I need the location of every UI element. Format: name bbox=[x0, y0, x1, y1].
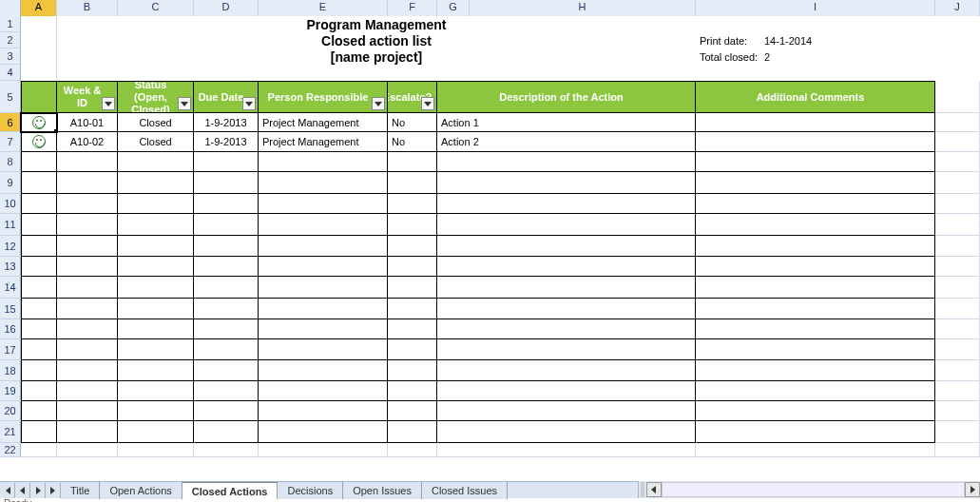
cell-B12[interactable] bbox=[57, 236, 118, 257]
cell-I7[interactable] bbox=[696, 132, 935, 152]
col-header-icon[interactable] bbox=[21, 81, 57, 113]
cell-C8[interactable] bbox=[118, 152, 194, 172]
cell-C6[interactable]: Closed bbox=[118, 113, 194, 132]
cell-F15[interactable] bbox=[388, 299, 437, 319]
cell-GH21[interactable] bbox=[437, 421, 696, 443]
cell-J18[interactable] bbox=[935, 360, 980, 381]
row-header-1[interactable]: 1 bbox=[0, 16, 21, 32]
cell-GH9[interactable] bbox=[437, 172, 696, 194]
cell-I14[interactable] bbox=[696, 277, 935, 299]
row-header-16[interactable]: 16 bbox=[0, 319, 21, 339]
col-header-C[interactable]: Status (Open, Closed) bbox=[118, 81, 194, 113]
cell-GH22[interactable] bbox=[437, 443, 696, 457]
cell-F8[interactable] bbox=[388, 152, 437, 172]
cell-E8[interactable] bbox=[259, 152, 388, 172]
cell-A7[interactable] bbox=[21, 132, 57, 152]
cell-C7[interactable]: Closed bbox=[118, 132, 194, 152]
row-header-14[interactable]: 14 bbox=[0, 277, 21, 299]
cell-I21[interactable] bbox=[696, 421, 935, 443]
cell-GH7[interactable]: Action 2 bbox=[437, 132, 696, 152]
cell-GH16[interactable] bbox=[437, 319, 696, 339]
row-header-8[interactable]: 8 bbox=[0, 152, 21, 172]
row-header-15[interactable]: 15 bbox=[0, 299, 21, 319]
cell-B17[interactable] bbox=[57, 339, 118, 360]
cell-A12[interactable] bbox=[21, 236, 57, 257]
cell-J9[interactable] bbox=[935, 172, 980, 194]
cell-A2[interactable] bbox=[21, 32, 57, 48]
row-header-19[interactable]: 19 bbox=[0, 381, 21, 401]
col-header-D[interactable]: Due Date bbox=[194, 81, 259, 113]
select-all-corner[interactable] bbox=[0, 0, 21, 16]
cell-C18[interactable] bbox=[118, 360, 194, 381]
cell-J10[interactable] bbox=[935, 194, 980, 214]
cell-F21[interactable] bbox=[388, 421, 437, 443]
cell-F10[interactable] bbox=[388, 194, 437, 214]
cell-GH14[interactable] bbox=[437, 277, 696, 299]
cell-GH12[interactable] bbox=[437, 236, 696, 257]
cell-GH13[interactable] bbox=[437, 257, 696, 277]
cell-D17[interactable] bbox=[194, 339, 259, 360]
cell-C17[interactable] bbox=[118, 339, 194, 360]
cell-A22[interactable] bbox=[21, 443, 57, 457]
cell-B11[interactable] bbox=[57, 214, 118, 236]
cell-A11[interactable] bbox=[21, 214, 57, 236]
cell-D6[interactable]: 1-9-2013 bbox=[194, 113, 259, 132]
column-header-G[interactable]: G bbox=[437, 0, 470, 16]
cell-F9[interactable] bbox=[388, 172, 437, 194]
cell-I16[interactable] bbox=[696, 319, 935, 339]
column-header-F[interactable]: F bbox=[388, 0, 437, 16]
cell-I18[interactable] bbox=[696, 360, 935, 381]
filter-dropdown-icon[interactable] bbox=[242, 97, 256, 110]
cell-J17[interactable] bbox=[935, 339, 980, 360]
scroll-left-icon[interactable] bbox=[646, 482, 662, 497]
row-header-3[interactable]: 3 bbox=[0, 48, 21, 65]
filter-dropdown-icon[interactable] bbox=[178, 97, 191, 110]
column-header-D[interactable]: D bbox=[194, 0, 259, 16]
cell-F14[interactable] bbox=[388, 277, 437, 299]
cell-B22[interactable] bbox=[57, 443, 118, 457]
title-row-1[interactable]: Program Management bbox=[57, 16, 980, 32]
cell-J20[interactable] bbox=[935, 401, 980, 421]
row-header-12[interactable]: 12 bbox=[0, 236, 21, 257]
cell-F7[interactable]: No bbox=[388, 132, 437, 152]
column-header-H[interactable]: H bbox=[470, 0, 696, 16]
cell-GH15[interactable] bbox=[437, 299, 696, 319]
cell-E15[interactable] bbox=[259, 299, 388, 319]
title-row-2[interactable]: Closed action listPrint date:14-1-2014 bbox=[57, 32, 980, 48]
cell-E7[interactable]: Project Management bbox=[259, 132, 388, 152]
col-header-I[interactable]: Additional Comments bbox=[696, 81, 935, 113]
cell-E13[interactable] bbox=[259, 257, 388, 277]
cell-F16[interactable] bbox=[388, 319, 437, 339]
column-header-J[interactable]: J bbox=[935, 0, 980, 16]
sheet-tab-closed-actions[interactable]: Closed Actions bbox=[183, 482, 279, 499]
cell-C21[interactable] bbox=[118, 421, 194, 443]
sheet-tab-open-actions[interactable]: Open Actions bbox=[100, 482, 182, 499]
tab-split-handle[interactable] bbox=[641, 482, 644, 497]
cell-GH19[interactable] bbox=[437, 381, 696, 401]
column-header-I[interactable]: I bbox=[696, 0, 935, 16]
cell-D21[interactable] bbox=[194, 421, 259, 443]
row-header-6[interactable]: 6 bbox=[0, 113, 21, 132]
row-header-18[interactable]: 18 bbox=[0, 360, 21, 381]
cell-A1[interactable] bbox=[21, 16, 57, 32]
cell-F12[interactable] bbox=[388, 236, 437, 257]
column-header-A[interactable]: A bbox=[21, 0, 57, 16]
cell-J7[interactable] bbox=[935, 132, 980, 152]
cell-D16[interactable] bbox=[194, 319, 259, 339]
cell-A9[interactable] bbox=[21, 172, 57, 194]
row-header-4[interactable]: 4 bbox=[0, 65, 21, 81]
cell-D7[interactable]: 1-9-2013 bbox=[194, 132, 259, 152]
cell-D18[interactable] bbox=[194, 360, 259, 381]
cell-D10[interactable] bbox=[194, 194, 259, 214]
cell-E12[interactable] bbox=[259, 236, 388, 257]
cell-D22[interactable] bbox=[194, 443, 259, 457]
cell-F18[interactable] bbox=[388, 360, 437, 381]
cell-D12[interactable] bbox=[194, 236, 259, 257]
row-header-5[interactable]: 5 bbox=[0, 81, 21, 113]
filter-dropdown-icon[interactable] bbox=[372, 97, 385, 110]
cell-F11[interactable] bbox=[388, 214, 437, 236]
row-header-13[interactable]: 13 bbox=[0, 257, 21, 277]
cell-E20[interactable] bbox=[259, 401, 388, 421]
cell-D13[interactable] bbox=[194, 257, 259, 277]
row-header-10[interactable]: 10 bbox=[0, 194, 21, 214]
